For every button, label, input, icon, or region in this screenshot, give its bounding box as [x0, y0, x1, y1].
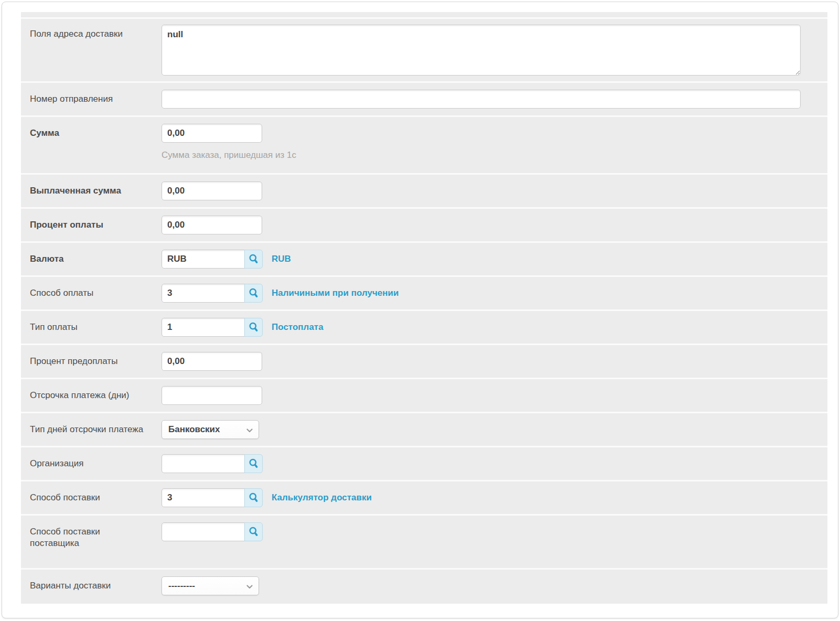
prepayment-percent-label: Процент предоплаты [30, 352, 161, 371]
supplier-delivery-method-lookup-group [161, 522, 263, 541]
amount-label: Сумма [30, 124, 161, 161]
payment-type-input[interactable] [161, 318, 245, 337]
payment-method-lookup-button[interactable] [244, 284, 263, 303]
form-row-delivery-address-fields: Поля адреса доставки [21, 19, 827, 83]
admin-form-panel: Поля адреса доставки Номер отправления С… [2, 2, 838, 618]
delivery-method-label: Способ поставки [30, 488, 161, 507]
currency-input[interactable] [161, 250, 245, 269]
form-row-deferral-days-type: Тип дней отсрочки платежа Банковских [21, 413, 827, 447]
paid-amount-input[interactable] [161, 181, 262, 200]
shipment-number-label: Номер отправления [30, 90, 161, 109]
delivery-variants-label: Варианты доставки [30, 576, 161, 595]
payment-type-label: Тип оплаты [30, 318, 161, 337]
payment-percent-input[interactable] [161, 216, 262, 234]
form-row-organization: Организация [21, 447, 827, 481]
currency-lookup-button[interactable] [244, 250, 263, 269]
magnifier-icon [248, 253, 260, 265]
currency-selected-link[interactable]: RUB [272, 250, 291, 269]
currency-label: Валюта [30, 250, 161, 269]
prepayment-percent-input[interactable] [161, 352, 262, 371]
payment-method-selected-link[interactable]: Наличиными при получении [272, 284, 399, 303]
payment-method-input[interactable] [161, 284, 245, 303]
order-form: Поля адреса доставки Номер отправления С… [21, 19, 827, 604]
payment-type-lookup-group [161, 318, 263, 337]
form-row-payment-percent: Процент оплаты [21, 209, 827, 243]
paid-amount-label: Выплаченная сумма [30, 181, 161, 200]
form-row-prepayment-percent: Процент предоплаты [21, 345, 827, 379]
organization-input[interactable] [161, 454, 245, 473]
delivery-variants-selected-value: --------- [168, 581, 195, 591]
organization-lookup-button[interactable] [244, 454, 263, 473]
shipment-number-input[interactable] [161, 90, 801, 109]
amount-help-text: Сумма заказа, пришедшая из 1с [161, 149, 819, 161]
magnifier-icon [248, 287, 260, 299]
form-row-currency: Валюта RUB [21, 243, 827, 277]
delivery-method-input[interactable] [161, 488, 245, 507]
magnifier-icon [248, 492, 260, 504]
form-row-payment-type: Тип оплаты Постоплата [21, 311, 827, 345]
payment-method-label: Способ оплаты [30, 284, 161, 303]
form-row-payment-method: Способ оплаты Наличиными при получении [21, 277, 827, 311]
delivery-method-lookup-button[interactable] [244, 488, 263, 507]
form-row-delivery-variants: Варианты доставки --------- [21, 570, 827, 604]
form-row-payment-deferral-days: Отсрочка платежа (дни) [21, 379, 827, 413]
chevron-down-icon [246, 429, 253, 433]
supplier-delivery-method-input[interactable] [161, 522, 245, 541]
payment-type-lookup-button[interactable] [244, 318, 263, 337]
previous-row-sliver [21, 12, 827, 19]
payment-deferral-days-input[interactable] [161, 386, 262, 405]
magnifier-icon [248, 526, 260, 538]
form-row-shipment-number: Номер отправления [21, 83, 827, 117]
delivery-address-fields-textarea[interactable] [161, 25, 801, 76]
deferral-days-type-label: Тип дней отсрочки платежа [30, 420, 161, 439]
magnifier-icon [248, 322, 260, 333]
delivery-variants-select[interactable]: --------- [161, 576, 259, 595]
payment-deferral-days-label: Отсрочка платежа (дни) [30, 386, 161, 405]
supplier-delivery-method-lookup-button[interactable] [244, 522, 263, 541]
currency-lookup-group [161, 250, 263, 269]
supplier-delivery-method-label: Способ поставки поставщика [30, 522, 161, 549]
delivery-method-selected-link[interactable]: Калькулятор доставки [272, 488, 372, 507]
delivery-method-lookup-group [161, 488, 263, 507]
payment-method-lookup-group [161, 284, 263, 303]
deferral-days-type-select[interactable]: Банковских [161, 420, 259, 439]
magnifier-icon [248, 458, 260, 469]
chevron-down-icon [246, 585, 253, 589]
payment-percent-label: Процент оплаты [30, 216, 161, 234]
delivery-address-fields-label: Поля адреса доставки [30, 25, 161, 76]
organization-lookup-group [161, 454, 263, 473]
deferral-days-type-selected-value: Банковских [168, 424, 220, 435]
form-row-amount: Сумма Сумма заказа, пришедшая из 1с [21, 117, 827, 175]
amount-input[interactable] [161, 124, 262, 143]
form-row-delivery-method: Способ поставки Калькулятор доставки [21, 481, 827, 516]
form-row-paid-amount: Выплаченная сумма [21, 175, 827, 209]
form-row-supplier-delivery-method: Способ поставки поставщика [21, 516, 827, 570]
payment-type-selected-link[interactable]: Постоплата [272, 318, 324, 337]
organization-label: Организация [30, 454, 161, 473]
